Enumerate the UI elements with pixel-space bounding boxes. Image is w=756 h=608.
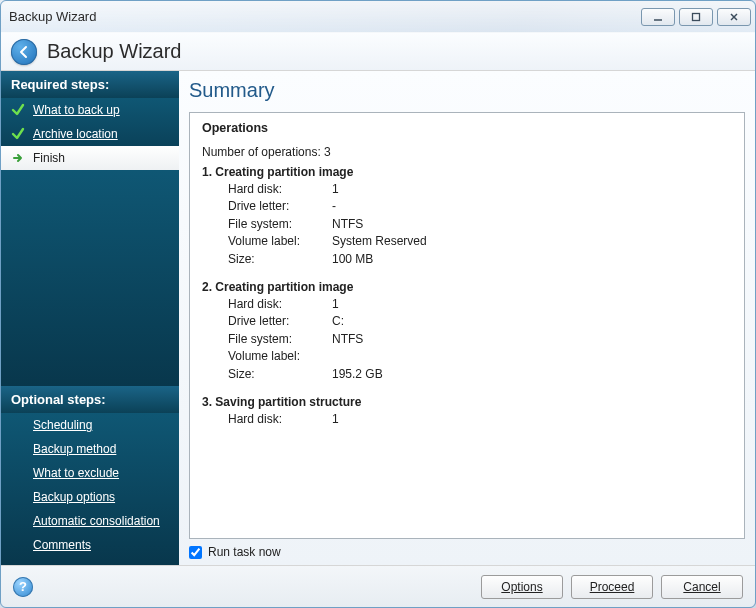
- optional-step-item[interactable]: Backup method: [1, 437, 179, 461]
- check-icon: [11, 127, 25, 141]
- optional-step-item[interactable]: Comments: [1, 533, 179, 557]
- summary-panel: Operations Number of operations: 3 1. Cr…: [189, 112, 745, 539]
- operation-title-text: Creating partition image: [215, 280, 353, 294]
- optional-step-label: Comments: [33, 538, 91, 552]
- required-step-item[interactable]: Finish: [1, 146, 179, 170]
- title-bar: Backup Wizard: [1, 1, 755, 33]
- optional-steps-heading: Optional steps:: [1, 386, 179, 413]
- required-steps-list: What to back upArchive locationFinish: [1, 98, 179, 170]
- operation-title-text: Saving partition structure: [215, 395, 361, 409]
- operation-block: 3. Saving partition structureHard disk:1: [202, 395, 732, 428]
- operations-count-label: Number of operations:: [202, 145, 321, 159]
- operation-row: Size:100 MB: [202, 251, 732, 268]
- footer-buttons: Options Proceed Cancel: [481, 575, 743, 599]
- operation-title: 1. Creating partition image: [202, 165, 732, 179]
- operation-row: Drive letter:C:: [202, 313, 732, 330]
- operation-number: 2.: [202, 280, 212, 294]
- operation-key: File system:: [228, 331, 318, 348]
- sidebar: Required steps: What to back upArchive l…: [1, 71, 179, 565]
- optional-step-label: Scheduling: [33, 418, 92, 432]
- required-step-label: Archive location: [33, 127, 118, 141]
- operation-key: Size:: [228, 251, 318, 268]
- cancel-button[interactable]: Cancel: [661, 575, 743, 599]
- optional-step-label: Backup options: [33, 490, 115, 504]
- operation-value: 1: [332, 181, 339, 198]
- arrow-right-icon: [11, 151, 25, 165]
- operation-value: 100 MB: [332, 251, 373, 268]
- required-step-item[interactable]: Archive location: [1, 122, 179, 146]
- wizard-body: Required steps: What to back upArchive l…: [1, 71, 755, 565]
- proceed-button[interactable]: Proceed: [571, 575, 653, 599]
- wizard-window: Backup Wizard Backup Wizard Required ste…: [0, 0, 756, 608]
- operation-value: 1: [332, 296, 339, 313]
- operation-row: Hard disk:1: [202, 181, 732, 198]
- content-area: Summary Operations Number of operations:…: [179, 71, 755, 565]
- operation-title-text: Creating partition image: [215, 165, 353, 179]
- operations-list: 1. Creating partition imageHard disk:1Dr…: [202, 165, 732, 428]
- operation-key: Hard disk:: [228, 411, 318, 428]
- operation-row: File system:NTFS: [202, 331, 732, 348]
- operation-row: File system:NTFS: [202, 216, 732, 233]
- operation-block: 1. Creating partition imageHard disk:1Dr…: [202, 165, 732, 268]
- wizard-title: Backup Wizard: [47, 40, 182, 63]
- window-title: Backup Wizard: [9, 9, 96, 24]
- operation-key: Drive letter:: [228, 198, 318, 215]
- optional-step-label: Automatic consolidation: [33, 514, 160, 528]
- run-task-checkbox[interactable]: [189, 546, 202, 559]
- operation-value: C:: [332, 313, 344, 330]
- operation-key: Drive letter:: [228, 313, 318, 330]
- operation-value: 1: [332, 411, 339, 428]
- operation-key: Hard disk:: [228, 181, 318, 198]
- check-icon: [11, 103, 25, 117]
- operation-row: Hard disk:1: [202, 296, 732, 313]
- wizard-header: Backup Wizard: [1, 33, 755, 71]
- required-step-label: Finish: [33, 151, 65, 165]
- operation-value: 195.2 GB: [332, 366, 383, 383]
- operation-value: -: [332, 198, 336, 215]
- operation-value: NTFS: [332, 216, 363, 233]
- operation-key: Volume label:: [228, 233, 318, 250]
- operation-row: Volume label:: [202, 348, 732, 365]
- sidebar-spacer: [1, 170, 179, 386]
- operation-number: 1.: [202, 165, 212, 179]
- options-button[interactable]: Options: [481, 575, 563, 599]
- help-button[interactable]: ?: [13, 577, 33, 597]
- run-task-row: Run task now: [189, 539, 745, 559]
- page-title: Summary: [189, 71, 745, 112]
- operation-title: 3. Saving partition structure: [202, 395, 732, 409]
- operation-row: Hard disk:1: [202, 411, 732, 428]
- operations-count-value: 3: [324, 145, 331, 159]
- operation-key: File system:: [228, 216, 318, 233]
- close-button[interactable]: [717, 8, 751, 26]
- back-button[interactable]: [11, 39, 37, 65]
- operation-title: 2. Creating partition image: [202, 280, 732, 294]
- operation-key: Volume label:: [228, 348, 318, 365]
- operation-block: 2. Creating partition imageHard disk:1Dr…: [202, 280, 732, 383]
- operations-count: Number of operations: 3: [202, 145, 732, 159]
- optional-step-item[interactable]: What to exclude: [1, 461, 179, 485]
- required-steps-heading: Required steps:: [1, 71, 179, 98]
- optional-step-item[interactable]: Automatic consolidation: [1, 509, 179, 533]
- optional-step-item[interactable]: Scheduling: [1, 413, 179, 437]
- operation-value: System Reserved: [332, 233, 427, 250]
- operation-row: Volume label:System Reserved: [202, 233, 732, 250]
- arrow-left-icon: [17, 45, 31, 59]
- operation-key: Hard disk:: [228, 296, 318, 313]
- operations-heading: Operations: [202, 121, 732, 135]
- required-step-item[interactable]: What to back up: [1, 98, 179, 122]
- operation-value: NTFS: [332, 331, 363, 348]
- operation-row: Size:195.2 GB: [202, 366, 732, 383]
- operation-number: 3.: [202, 395, 212, 409]
- wizard-footer: ? Options Proceed Cancel: [1, 565, 755, 607]
- optional-steps-list: SchedulingBackup methodWhat to excludeBa…: [1, 413, 179, 565]
- optional-step-label: Backup method: [33, 442, 116, 456]
- run-task-label[interactable]: Run task now: [208, 545, 281, 559]
- required-step-label: What to back up: [33, 103, 120, 117]
- maximize-button[interactable]: [679, 8, 713, 26]
- optional-step-item[interactable]: Backup options: [1, 485, 179, 509]
- operation-key: Size:: [228, 366, 318, 383]
- svg-rect-1: [693, 13, 700, 20]
- content-inner: Summary Operations Number of operations:…: [189, 71, 745, 559]
- window-buttons: [641, 8, 751, 26]
- minimize-button[interactable]: [641, 8, 675, 26]
